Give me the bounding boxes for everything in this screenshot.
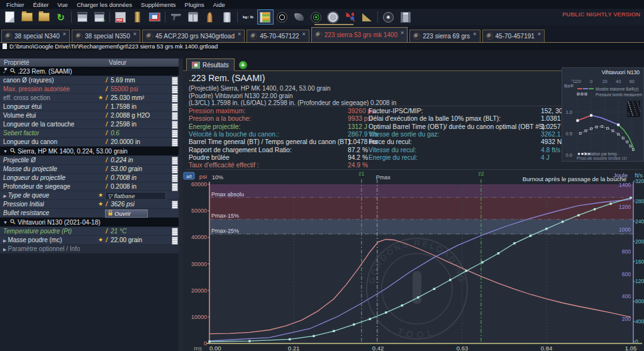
open-button[interactable]: Ouvrir	[105, 209, 148, 218]
property-value[interactable]: 22.00 grain	[111, 237, 142, 243]
menu-item-fichier[interactable]: Fichier	[3, 1, 30, 9]
add-result-tab-button[interactable]: +	[239, 61, 247, 69]
property-value[interactable]: 25.030 mm²	[111, 94, 144, 101]
close-tab-icon[interactable]: ×	[63, 31, 66, 37]
property-value[interactable]: 0.224 in	[111, 157, 133, 164]
menu-item-suppl-ments[interactable]: Suppléments	[137, 1, 180, 9]
atom-button[interactable]	[380, 9, 397, 25]
property-value[interactable]: 21 °C	[111, 228, 126, 235]
property-value[interactable]: 2.0088 g H2O	[111, 112, 150, 119]
unit-ruler-button[interactable]	[172, 138, 178, 147]
powder-table-button[interactable]	[257, 9, 274, 25]
property-label: Longueur du projectile	[0, 174, 65, 181]
menu-item-plugins[interactable]: Plugins	[181, 1, 209, 9]
favorite-star-icon: ★	[96, 201, 103, 207]
case-button[interactable]	[219, 9, 235, 25]
panel-splitter[interactable]	[179, 58, 183, 351]
powder-horn-icon	[294, 13, 304, 21]
property-value[interactable]: 53.00 grain	[111, 165, 142, 172]
property-value[interactable]: 2.2598 in	[111, 121, 136, 128]
unit-ruler-button[interactable]	[172, 201, 178, 209]
value-edit-marker: /	[106, 201, 108, 208]
close-tab-icon[interactable]: ×	[303, 31, 306, 37]
chart-report-button[interactable]	[147, 9, 163, 25]
tab-45-acp-230-grs-n340grtload[interactable]: 45 ACP.230 grs N340grtload×	[142, 30, 245, 42]
tab-45-70-457122[interactable]: 45-70-457122×	[247, 30, 309, 42]
menu-item-diter[interactable]: Éditer	[30, 1, 54, 9]
unit-ruler-button[interactable]	[172, 165, 178, 174]
property-label: Pression Initial	[0, 201, 44, 208]
result-label: Optimal Barrel Time (OBT)/ durée du cano…	[369, 123, 547, 130]
unit-ruler-button[interactable]	[172, 183, 178, 191]
svg-text:0.5: 0.5	[566, 131, 572, 136]
tab-38-special-n340[interactable]: 38 special N340×	[1, 30, 70, 42]
target-optimizer-button[interactable]	[308, 9, 325, 25]
bullet-button[interactable]	[202, 9, 218, 25]
menu-item-aide[interactable]: Aide	[209, 1, 230, 9]
expand-icon[interactable]: ▶	[3, 247, 6, 252]
property-value[interactable]: 0.2008 in	[111, 183, 136, 190]
property-value[interactable]: 1.7598 in	[111, 103, 136, 110]
close-tab-icon[interactable]: ×	[538, 31, 541, 37]
close-tab-icon[interactable]: ×	[238, 31, 241, 37]
property-value[interactable]: 5.69 mm	[111, 77, 135, 84]
tab-38-special-n350[interactable]: 38 special N350×	[72, 30, 140, 42]
unit-ruler-button[interactable]	[172, 130, 178, 138]
section-header-vihtavuori-n130-2021-04-18[interactable]: ▼Vihtavuori N130 (2021-04-18)	[0, 218, 179, 227]
property-value[interactable]: 55000 psi	[111, 86, 138, 92]
tab-223-sierra-53-grs-mk-1400[interactable]: 223 sierra 53 grs mk 1400×	[311, 27, 408, 42]
unit-ruler-button[interactable]	[172, 94, 178, 103]
menu-item-charger-les-donn-es[interactable]: Charger les données	[73, 1, 137, 9]
close-tab-icon[interactable]: ×	[133, 31, 136, 37]
value-dropdown-type-de-queue[interactable]: ▽flatbase	[105, 192, 166, 200]
version-label: PUBLIC NIGHTLY VERSION	[562, 11, 640, 18]
barrel-profile-button[interactable]	[397, 9, 414, 25]
section-title: Sierra, HP MK 1400, 0.224, 53.00 grain	[18, 148, 128, 155]
save-button[interactable]	[74, 9, 91, 25]
collapse-icon[interactable]: ▼	[3, 149, 8, 153]
unit-ruler-button[interactable]	[172, 228, 178, 236]
property-value[interactable]: 20.0000 in	[111, 138, 140, 145]
unit-ruler-button[interactable]	[172, 112, 178, 120]
svg-text:Prop.de poudre brûlée (z): Prop.de poudre brûlée (z)	[577, 156, 627, 160]
toolbar-separator	[71, 11, 72, 23]
magnifier-icon	[10, 68, 16, 75]
close-tab-icon[interactable]: ×	[473, 31, 476, 37]
property-value[interactable]: 0.7008 in	[111, 174, 136, 181]
open-session-button[interactable]	[36, 9, 52, 25]
new-file-button[interactable]	[2, 9, 18, 25]
bore-button[interactable]	[274, 9, 291, 25]
unit-ruler-button[interactable]	[172, 237, 178, 245]
tab-resultats[interactable]: Résultats	[186, 58, 235, 71]
unit-ruler-button[interactable]	[172, 77, 178, 85]
unit-ruler-button[interactable]	[172, 86, 178, 94]
unit-converter-button[interactable]: kg↕ lb	[240, 9, 257, 25]
collapse-icon[interactable]: ▼	[3, 220, 8, 225]
tab-223-sierra-69-grs[interactable]: 223 sierra 69 grs×	[409, 30, 480, 42]
unit-ruler-button[interactable]	[172, 121, 178, 129]
expand-icon[interactable]: ▶	[3, 194, 6, 198]
unit-ruler-button[interactable]	[172, 157, 178, 165]
open-file-button[interactable]	[19, 9, 35, 25]
cartridge-editor-button[interactable]	[130, 9, 146, 25]
cartridge-icon	[315, 31, 322, 38]
close-tab-icon[interactable]: ×	[401, 30, 404, 36]
powder-horn-button[interactable]	[291, 9, 308, 25]
property-value[interactable]: 3626 psi	[111, 201, 135, 208]
tab-45-70-457191[interactable]: 45-70-457191×	[482, 30, 545, 42]
firearm-button[interactable]	[168, 9, 184, 25]
section-header-223-rem-saami[interactable]: .223 Rem. (SAAMI)	[0, 67, 179, 76]
plugin-molecule-button[interactable]	[342, 9, 358, 25]
menu-item-vue[interactable]: Vue	[53, 1, 73, 9]
reload-button[interactable]: ↻	[53, 9, 69, 25]
export-pdf-button[interactable]: PDF	[113, 9, 129, 25]
unit-ruler-button[interactable]	[172, 174, 178, 182]
property-value[interactable]: 0.6	[111, 130, 119, 136]
save-as-button[interactable]: →	[91, 9, 108, 25]
unit-ruler-button[interactable]	[172, 103, 178, 111]
section-header-sierra-hp-mk-1400-0-224-53-00-grain[interactable]: ▼Sierra, HP MK 1400, 0.224, 53.00 grain	[0, 147, 179, 156]
measure-ruler-button[interactable]	[359, 9, 375, 25]
powder-jars-button[interactable]	[185, 9, 201, 25]
expand-icon[interactable]: ▶	[3, 238, 6, 243]
pressure-gauge-button[interactable]	[325, 9, 341, 25]
